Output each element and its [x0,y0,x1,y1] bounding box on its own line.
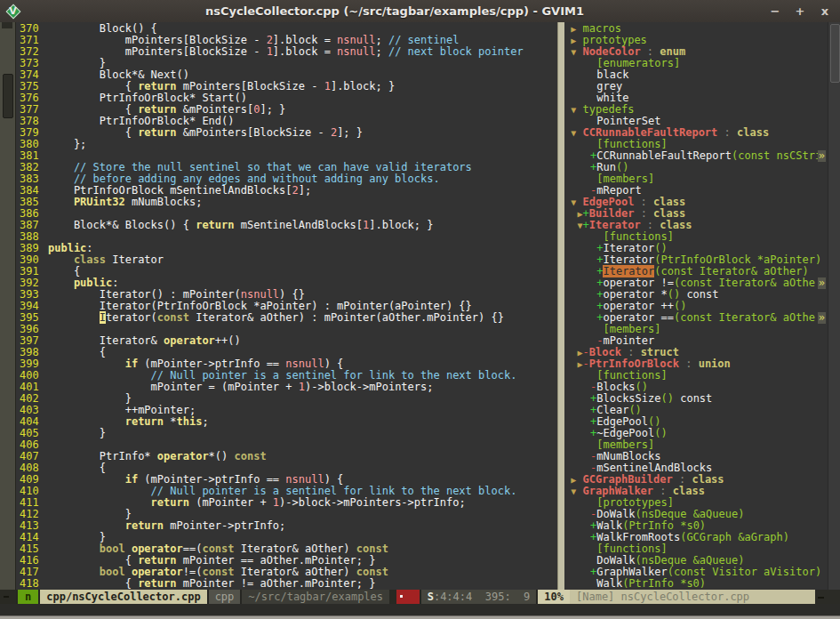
cursor-position: 395: 9 [485,591,531,603]
token: * [164,415,176,428]
token: [prototypes] [596,496,674,509]
token: (mPointer->ptrInfo == [138,473,285,486]
token: mNumBlocks [596,450,660,462]
line-number: 418 [16,578,48,590]
token: - [583,358,589,370]
token: PtrInfoOrBlock* End() [48,115,235,127]
tagbar-panel[interactable]: ▶ macros▶ prototypes▼ NodeColor : enum [… [564,22,828,590]
token: [members] [596,173,654,185]
token: ) {} [279,288,305,301]
command-line[interactable] [0,604,840,615]
code-line[interactable]: 385 PRUint32 mNumBlocks; [16,197,557,208]
token: } [48,508,132,520]
token: nsnull [285,473,324,486]
token [576,34,582,46]
left-scrollbar[interactable] [0,22,16,590]
token: Run [596,161,616,173]
right-scrollbar-thumb[interactable] [830,24,840,83]
status-filetype: cpp [209,590,241,604]
token: Iterator& [48,334,164,347]
token [571,381,590,393]
code-line[interactable]: 387 Block*& Blocks() { return mSentinelA… [16,220,557,231]
token [571,184,590,197]
token: (nsDeque &aQueue) [636,554,745,567]
token: Blocks [596,381,635,393]
token: return [138,554,176,567]
token: (const Iterator& aOther) [654,265,808,277]
token: 2 [292,184,299,197]
token: { [48,554,138,567]
title-bar: V nsCycleCollector.cpp (~/src/tagbar/exa… [0,0,840,23]
token: { [48,346,106,358]
token: mPointer->ptrInfo; [164,519,285,532]
token: (mPointer + [189,496,273,509]
maximize-button[interactable]: + [794,4,806,18]
token: CCRunnableFaultReport [583,126,718,139]
token: ~EdgePool [596,427,654,439]
token: + [583,219,589,231]
token: ++() [215,334,241,347]
token [571,207,577,220]
code-editor[interactable]: 370 Block() {371 mPointers[BlockSize - 2… [16,22,557,590]
status-path: ~/src/tagbar/examples [242,590,389,604]
token: (GCGraph &aGraph) [680,531,789,543]
token: prototypes [583,34,647,46]
close-button[interactable]: x [819,4,831,18]
token: Iterator() : mPointer( [48,288,241,301]
truncation-marker-icon: » [818,277,826,289]
code-line[interactable]: 379 { return &mPointers[BlockSize - 2]; … [16,127,557,139]
token [571,334,596,347]
token: class [737,126,769,139]
token: Iterator [603,242,654,254]
token: operator [164,334,215,347]
token [576,485,582,497]
token: nsnull [285,358,324,370]
token [571,80,596,92]
token: const [356,543,388,555]
vim-logo-icon: V [5,4,20,19]
token [571,311,596,324]
token: nsnull [337,34,375,46]
token: PtrInfoOrBlock [589,358,679,370]
code-line[interactable]: 388 [16,231,557,243]
token: nsnull [337,45,375,58]
token: ].block = [273,34,337,46]
token [571,253,596,266]
token: EdgePool [596,415,648,428]
token: operator * [603,288,667,301]
token: terator( [106,311,157,324]
token [48,253,74,266]
token: ; [202,415,208,428]
token [576,103,582,116]
token: mSentinelAndBlocks[ [235,219,364,231]
vertical-split-handle[interactable] [557,22,564,590]
token: class [74,253,106,266]
code-line[interactable]: 380 }; [16,139,557,150]
minimize-button[interactable]: − [769,4,781,18]
token: { [48,126,138,139]
token: (const nsCStri [732,149,821,162]
code-line[interactable]: 405 } [16,428,557,439]
token: ; [375,34,388,46]
token: () [654,427,667,439]
token [48,543,100,555]
token: : [679,358,699,370]
code-line[interactable]: 395 Iterator(const Iterator& aOther) : m… [16,312,557,324]
token: GCGraphBuilder [583,473,673,486]
tagbar-row[interactable]: Walk(PtrInfo *s0) [571,578,828,590]
token: ++mPointer; [48,404,196,416]
token: white [596,92,628,104]
token [571,554,596,567]
right-scrollbar[interactable] [828,22,840,590]
token: [functions] [596,369,667,382]
token: ) { [324,358,344,370]
token: [members] [603,323,660,335]
token: black [596,68,628,81]
token: public [48,242,86,254]
code-line[interactable]: 390 class Iterator [16,254,557,266]
left-scrollbar-thumb[interactable] [3,74,13,118]
token: ==( [183,543,203,555]
code-line[interactable]: 418 { return mPointer != aOther.mPointer… [16,578,557,590]
token [571,450,590,462]
token [571,115,596,127]
